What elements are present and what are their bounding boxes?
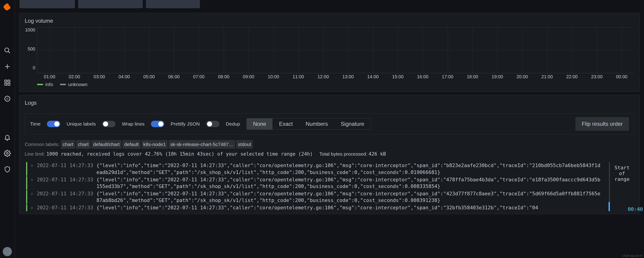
log-row[interactable]: ›2022-07-11 14:27:33{"level":"info","tim…: [25, 190, 634, 204]
prettify-json-label: Prettify JSON: [170, 121, 200, 127]
legend-item-unknown[interactable]: unknown: [60, 82, 88, 87]
watermark: CSDN @csdnYF: [622, 254, 643, 257]
legend-swatch: [37, 84, 43, 85]
logs-toolbar: Time Unique labels Wrap lines Prettify J…: [25, 113, 634, 135]
dedup-signature[interactable]: Signature: [334, 118, 371, 130]
label-chip[interactable]: chart: [76, 140, 90, 149]
svg-point-10: [6, 152, 8, 154]
top-toolbar: [15, 0, 644, 10]
x-tick: 11:00: [286, 74, 311, 79]
panel-title: Log volume: [25, 18, 634, 24]
dedup-numbers[interactable]: Numbers: [299, 118, 334, 130]
x-tick: 03:00: [87, 74, 112, 79]
dedup-none[interactable]: None: [247, 118, 272, 130]
range-tick: [608, 202, 610, 211]
time-switch[interactable]: [47, 121, 60, 127]
x-tick: 21:00: [535, 74, 560, 79]
x-tick: 14:00: [360, 74, 386, 79]
x-tick: 02:00: [62, 74, 87, 79]
wrap-lines-switch[interactable]: [151, 121, 164, 127]
svg-point-0: [5, 48, 9, 52]
log-timestamp: 2022-07-11 14:27:33: [37, 162, 93, 169]
legend-item-info[interactable]: info: [37, 82, 53, 87]
x-tick: 13:00: [336, 74, 361, 79]
bytes-label: Total bytes processed:: [320, 151, 367, 157]
unique-labels-label: Unique labels: [67, 121, 96, 127]
x-tick: 01:00: [37, 74, 62, 79]
log-row[interactable]: ›2022-07-11 14:27:33{"level":"info","tim…: [25, 204, 634, 211]
chevron-right-icon[interactable]: ›: [30, 204, 34, 211]
range-timecode: 00:40:19: [628, 206, 644, 212]
svg-rect-7: [8, 83, 10, 85]
x-tick: 00:00: [609, 74, 634, 79]
alert-bell-icon[interactable]: [4, 134, 11, 141]
log-timestamp: 2022-07-11 14:27:33: [37, 190, 93, 197]
avatar[interactable]: [3, 247, 12, 256]
range-marker-text: Start: [614, 165, 630, 171]
log-timestamp: 2022-07-11 14:27:33: [37, 176, 93, 183]
x-tick: 08:00: [211, 74, 236, 79]
x-tick: 10:00: [261, 74, 286, 79]
x-tick: 06:00: [162, 74, 186, 79]
flip-results-button[interactable]: Flip results order: [576, 117, 629, 131]
toolbar-placeholder[interactable]: [20, 0, 75, 8]
chevron-right-icon[interactable]: ›: [30, 162, 34, 169]
dedup-segmented: None Exact Numbers Signature: [246, 118, 371, 130]
search-icon[interactable]: [4, 47, 11, 54]
unique-labels-switch[interactable]: [102, 121, 116, 127]
line-limit: Line limit: 1000 reached, received logs …: [25, 150, 634, 158]
chevron-right-icon[interactable]: ›: [30, 190, 34, 197]
label-chip[interactable]: default: [122, 140, 140, 149]
x-tick: 12:00: [311, 74, 336, 79]
bytes-value: 426 kB: [368, 151, 386, 157]
x-tick: 22:00: [560, 74, 584, 79]
legend-swatch: [60, 84, 66, 85]
prettify-json-switch[interactable]: [206, 121, 220, 127]
toolbar-placeholder[interactable]: [146, 0, 200, 8]
log-body: {"level":"info","time":"2022-07-11 14:27…: [96, 190, 634, 204]
svg-line-1: [8, 51, 10, 53]
dashboards-icon[interactable]: [4, 79, 11, 86]
shield-icon[interactable]: [4, 166, 11, 173]
plot-area[interactable]: [37, 27, 634, 73]
log-row[interactable]: ›2022-07-11 14:27:33{"level":"info","tim…: [25, 162, 634, 176]
y-tick: 500: [28, 46, 35, 52]
gear-icon[interactable]: [4, 150, 11, 157]
label-chip[interactable]: sk-sk-release-chart-5c7487…: [168, 140, 235, 149]
log-body: {"level":"info","time":"2022-07-11 14:27…: [96, 176, 634, 190]
time-label: Time: [30, 121, 40, 127]
log-level-bar: [26, 190, 27, 204]
line-limit-label: Line limit:: [25, 151, 45, 157]
line-limit-text: 1000 reached, received logs cover 42.76%…: [46, 151, 313, 157]
label-chip[interactable]: k8s-node1: [142, 140, 168, 149]
log-timestamp: 2022-07-11 14:27:33: [37, 204, 93, 211]
x-tick: 09:00: [236, 74, 261, 79]
chevron-right-icon[interactable]: ›: [30, 176, 34, 183]
dedup-label: Dedup: [226, 121, 240, 127]
log-volume-chart[interactable]: 1000 500 0: [25, 27, 634, 73]
log-volume-panel: Log volume 1000 500 0 01:0002:0003:0004:…: [19, 13, 640, 92]
common-labels: Common labels: chartchartdefault/chartde…: [25, 140, 634, 149]
range-marker-text: range: [614, 176, 630, 182]
explore-icon[interactable]: [4, 95, 11, 102]
log-body: {"level":"info","time":"2022-07-11 14:27…: [96, 204, 634, 211]
x-tick: 16:00: [410, 74, 435, 79]
dedup-exact[interactable]: Exact: [272, 118, 299, 130]
x-tick: 07:00: [186, 74, 212, 79]
label-chip[interactable]: default/chart: [92, 140, 122, 149]
label-chip[interactable]: stdout: [236, 140, 253, 149]
log-row[interactable]: ›2022-07-11 14:27:33{"level":"info","tim…: [25, 176, 634, 190]
x-tick: 17:00: [435, 74, 460, 79]
plus-icon[interactable]: [4, 63, 11, 70]
wrap-lines-label: Wrap lines: [122, 121, 144, 127]
label-chip[interactable]: chart: [61, 140, 75, 149]
svg-rect-6: [5, 83, 7, 85]
y-tick: 0: [33, 65, 35, 70]
y-axis: 1000 500 0: [25, 27, 37, 73]
x-tick: 04:00: [112, 74, 137, 79]
grafana-logo[interactable]: [3, 3, 12, 11]
toolbar-placeholder[interactable]: [78, 0, 143, 8]
legend-label: info: [45, 82, 53, 87]
range-marker: Start of range 00:40:19: [609, 162, 634, 211]
main: Log volume 1000 500 0 01:0002:0003:0004:…: [15, 0, 644, 258]
